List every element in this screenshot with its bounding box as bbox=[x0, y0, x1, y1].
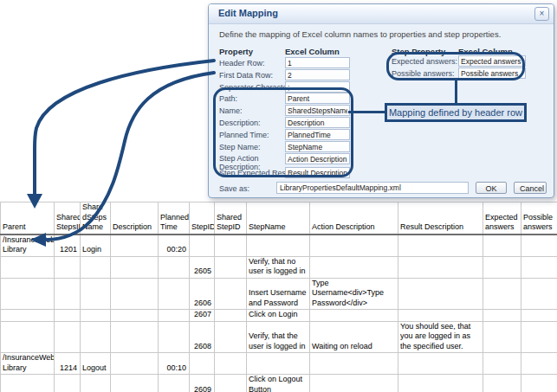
col-header-stepid[interactable]: StepID bbox=[190, 202, 215, 235]
col-header-possibleanswers[interactable]: Possible answers bbox=[521, 202, 557, 235]
cell-expectedanswers[interactable] bbox=[483, 321, 521, 353]
cell-plannedtime[interactable] bbox=[159, 375, 190, 392]
col-header-sharedstepsid[interactable]: Shared StepsID bbox=[55, 202, 81, 235]
cell-possibleanswers[interactable] bbox=[521, 353, 557, 375]
cell-parent[interactable]: /InsuranceWeb Library bbox=[1, 235, 55, 257]
col-header-stepname[interactable]: StepName bbox=[247, 202, 310, 235]
cell-sharedstepsid[interactable]: 1214 bbox=[55, 353, 81, 375]
col-header-plannedtime[interactable]: Planned Time bbox=[159, 202, 190, 235]
cell-expectedanswers[interactable] bbox=[483, 310, 521, 322]
cell-resultdescription[interactable] bbox=[398, 235, 483, 257]
col-header-resultdescription[interactable]: Result Description bbox=[398, 202, 483, 235]
cell-actiondescription[interactable] bbox=[310, 310, 398, 322]
cell-sharedstepsname[interactable] bbox=[81, 375, 111, 392]
cell-resultdescription[interactable] bbox=[398, 278, 483, 310]
cell-plannedtime[interactable] bbox=[159, 310, 190, 322]
cell-plannedtime[interactable] bbox=[159, 278, 190, 310]
cell-possibleanswers[interactable] bbox=[521, 256, 557, 278]
cell-description[interactable] bbox=[111, 256, 159, 278]
cell-expectedanswers[interactable] bbox=[483, 256, 521, 278]
cell-sharedstepsid[interactable] bbox=[55, 256, 81, 278]
cell-stepname[interactable] bbox=[247, 353, 310, 375]
col-header-parent[interactable]: Parent bbox=[1, 202, 55, 235]
cell-possibleanswers[interactable] bbox=[521, 235, 557, 257]
cell-expectedanswers[interactable] bbox=[483, 375, 521, 392]
cell-expectedanswers[interactable] bbox=[483, 353, 521, 375]
cell-stepname[interactable]: Verify, that the user is logged in bbox=[247, 321, 310, 353]
cell-parent[interactable] bbox=[1, 256, 55, 278]
cell-sharedstepsid[interactable] bbox=[55, 375, 81, 392]
col-header-sharedstepsname[interactable]: SharedStepsName bbox=[81, 202, 111, 235]
cell-stepname[interactable]: Click on Logout Button bbox=[247, 375, 310, 392]
cell-sharedstepsname[interactable] bbox=[81, 310, 111, 322]
cell-stepname[interactable] bbox=[247, 235, 310, 257]
cell-sharedstepid[interactable] bbox=[215, 278, 247, 310]
cell-actiondescription[interactable] bbox=[310, 375, 398, 392]
cell-expectedanswers[interactable] bbox=[483, 278, 521, 310]
cell-stepname[interactable]: Insert Username and Password bbox=[247, 278, 310, 310]
cell-plannedtime[interactable]: 00:10 bbox=[159, 353, 190, 375]
cell-possibleanswers[interactable] bbox=[521, 375, 557, 392]
cell-expectedanswers[interactable] bbox=[483, 235, 521, 257]
cell-stepid[interactable]: 2609 bbox=[190, 375, 215, 392]
cell-sharedstepid[interactable] bbox=[215, 321, 247, 353]
cell-sharedstepid[interactable] bbox=[215, 310, 247, 322]
col-header-expectedanswers[interactable]: Expected answers bbox=[483, 202, 521, 235]
save-as-input[interactable] bbox=[276, 182, 469, 194]
col-header-sharedstepid[interactable]: Shared StepID bbox=[215, 202, 247, 235]
close-icon[interactable]: × bbox=[534, 7, 549, 21]
cell-description[interactable] bbox=[111, 375, 159, 392]
cell-stepid[interactable]: 2605 bbox=[190, 256, 215, 278]
cell-resultdescription[interactable] bbox=[398, 353, 483, 375]
cell-description[interactable] bbox=[111, 278, 159, 310]
cell-parent[interactable] bbox=[1, 310, 55, 322]
cell-plannedtime[interactable]: 00:20 bbox=[159, 235, 190, 257]
cell-stepid[interactable]: 2607 bbox=[190, 310, 215, 322]
cell-possibleanswers[interactable] bbox=[521, 310, 557, 322]
cell-actiondescription[interactable] bbox=[310, 256, 398, 278]
cell-parent[interactable]: /InsuranceWeb Library bbox=[1, 353, 55, 375]
cell-parent[interactable] bbox=[1, 278, 55, 310]
first-data-row-input[interactable] bbox=[285, 69, 350, 80]
cell-stepid[interactable] bbox=[190, 235, 215, 257]
cell-sharedstepid[interactable] bbox=[215, 235, 247, 257]
cell-description[interactable] bbox=[111, 310, 159, 322]
cancel-button[interactable]: Cancel bbox=[514, 182, 547, 194]
cell-possibleanswers[interactable] bbox=[521, 278, 557, 310]
cell-plannedtime[interactable] bbox=[159, 256, 190, 278]
cell-stepid[interactable]: 2606 bbox=[190, 278, 215, 310]
cell-description[interactable] bbox=[111, 235, 159, 257]
cell-sharedstepsid[interactable] bbox=[55, 278, 81, 310]
cell-sharedstepsname[interactable]: Login bbox=[81, 235, 111, 257]
col-header-actiondescription[interactable]: Action Description bbox=[310, 202, 398, 235]
cell-sharedstepsid[interactable] bbox=[55, 321, 81, 353]
cell-sharedstepid[interactable] bbox=[215, 353, 247, 375]
cell-actiondescription[interactable] bbox=[310, 353, 398, 375]
cell-sharedstepsname[interactable]: Logout bbox=[81, 353, 111, 375]
dialog-titlebar[interactable]: Edit Mapping × bbox=[209, 4, 554, 24]
cell-possibleanswers[interactable] bbox=[521, 321, 557, 353]
cell-actiondescription[interactable] bbox=[310, 235, 398, 257]
cell-sharedstepsid[interactable]: 1201 bbox=[55, 235, 81, 257]
cell-resultdescription[interactable] bbox=[398, 375, 483, 392]
cell-parent[interactable] bbox=[1, 321, 55, 353]
cell-resultdescription[interactable] bbox=[398, 256, 483, 278]
cell-description[interactable] bbox=[111, 353, 159, 375]
cell-sharedstepsname[interactable] bbox=[81, 256, 111, 278]
cell-parent[interactable] bbox=[1, 375, 55, 392]
cell-stepname[interactable]: Verify, that no user is logged in bbox=[247, 256, 310, 278]
ok-button[interactable]: OK bbox=[476, 182, 507, 194]
cell-stepid[interactable] bbox=[190, 353, 215, 375]
cell-sharedstepid[interactable] bbox=[215, 375, 247, 392]
cell-stepid[interactable]: 2608 bbox=[190, 321, 215, 353]
cell-description[interactable] bbox=[111, 321, 159, 353]
header-row-input[interactable] bbox=[285, 57, 350, 68]
cell-actiondescription[interactable]: Waiting on reload bbox=[310, 321, 398, 353]
cell-resultdescription[interactable]: You should see, that you are logged in a… bbox=[398, 321, 483, 353]
col-header-description[interactable]: Description bbox=[111, 202, 159, 235]
cell-sharedstepsid[interactable] bbox=[55, 310, 81, 322]
cell-sharedstepsname[interactable] bbox=[81, 278, 111, 310]
cell-stepname[interactable]: Click on Login bbox=[247, 310, 310, 322]
cell-sharedstepsname[interactable] bbox=[81, 321, 111, 353]
cell-resultdescription[interactable] bbox=[398, 310, 483, 322]
